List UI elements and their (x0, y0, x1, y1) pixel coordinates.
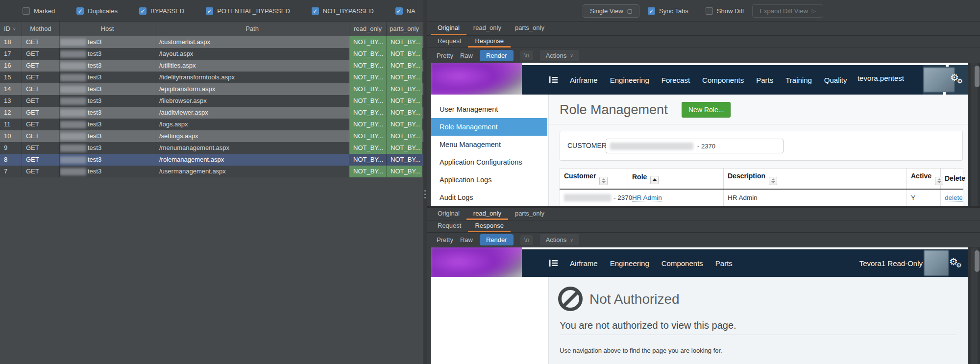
tab-original[interactable]: Original (431, 208, 466, 220)
sort-asc-icon[interactable] (650, 176, 659, 184)
filter-checkbox[interactable]: POTENTIAL_BYPASSED (206, 7, 290, 15)
sidebar-item[interactable]: User Management (431, 100, 547, 118)
sidebar-item[interactable]: Menu Management (431, 136, 547, 153)
scrollbar-thumb[interactable] (975, 66, 980, 87)
nav-item[interactable]: Airframe (570, 259, 598, 267)
column-header-description[interactable]: Description (724, 169, 907, 189)
sort-icon[interactable] (599, 177, 608, 185)
filter-checkbox[interactable]: Duplicates (76, 7, 118, 15)
nav-item[interactable]: Airframe (570, 76, 598, 84)
sidebar-item[interactable]: Role Management (431, 118, 547, 136)
tab-parts-only[interactable]: parts_only (508, 208, 551, 220)
newline-toggle-button[interactable]: \n (520, 50, 533, 60)
request-row[interactable]: 10 GET test3 /settings.aspx NOT_BY... NO… (0, 130, 423, 142)
column-header-read-only[interactable]: read_only (349, 22, 387, 36)
tab-request[interactable]: Request (431, 36, 468, 48)
nav-item[interactable]: Components (702, 76, 744, 84)
nav-menu-icon[interactable] (549, 260, 558, 267)
request-row[interactable]: 8 GET test3 /rolemanagement.aspx NOT_BY.… (0, 154, 423, 166)
column-header-delete[interactable]: Delete (941, 169, 963, 189)
nav-item[interactable]: Quality (824, 76, 847, 84)
nav-item[interactable]: Engineering (610, 76, 649, 84)
column-header-role[interactable]: Role (628, 169, 724, 189)
customer-input[interactable]: - 2370 (606, 139, 784, 153)
new-role-button[interactable]: New Role... (682, 102, 731, 118)
nav-item[interactable]: Components (662, 259, 703, 267)
request-row[interactable]: 14 GET test3 /epiptransform.aspx NOT_BY.… (0, 83, 423, 95)
column-header-customer[interactable]: Customer (560, 169, 628, 189)
sort-icon[interactable] (935, 177, 943, 185)
scrollbar-track[interactable] (971, 63, 978, 206)
nav-menu-icon[interactable] (549, 76, 558, 83)
role-link[interactable]: HR Admin (632, 194, 662, 202)
scrollbar-track[interactable] (971, 247, 978, 364)
scrollbar-thumb[interactable] (975, 250, 980, 272)
settings-gears-icon[interactable]: ⚙⚙ (949, 256, 964, 270)
filter-checkbox[interactable]: NA (395, 7, 416, 15)
nav-item[interactable]: Training (785, 76, 812, 84)
request-row[interactable]: 16 GET test3 /utilities.aspx NOT_BY... N… (0, 60, 423, 72)
request-row[interactable]: 12 GET test3 /auditviewer.aspx NOT_BY...… (0, 107, 423, 119)
tab-read-only[interactable]: read_only (466, 208, 508, 220)
pretty-button[interactable]: Pretty (437, 236, 453, 243)
checkbox-icon[interactable] (206, 7, 213, 15)
column-header-id[interactable]: ID ∨ (0, 22, 22, 36)
tab-response[interactable]: Response (468, 220, 511, 232)
checkbox-icon[interactable] (23, 7, 30, 15)
column-header-parts-only[interactable]: parts_only (387, 22, 422, 36)
render-button[interactable]: Render (480, 234, 514, 245)
request-row[interactable]: 15 GET test3 /fidelitytransformtools.asp… (0, 72, 423, 83)
raw-button[interactable]: Raw (460, 52, 473, 59)
actions-dropdown[interactable]: Actions ∨ (540, 234, 579, 245)
request-row[interactable]: 18 GET test3 /customerlist.aspx NOT_BY..… (0, 36, 423, 48)
actions-dropdown[interactable]: Actions ∨ (540, 50, 579, 61)
nav-item[interactable]: Forecast (662, 76, 690, 84)
sync-tabs-checkbox[interactable]: Sync Tabs (648, 7, 688, 15)
sort-icon[interactable] (769, 177, 777, 185)
checkbox-icon[interactable] (139, 7, 147, 15)
filter-checkbox[interactable]: NOT_BYPASSED (312, 7, 374, 15)
tab-request[interactable]: Request (431, 220, 468, 232)
expand-diff-view-button[interactable]: Expand Diff View ▷ (752, 4, 823, 18)
checkbox-icon[interactable] (312, 7, 319, 15)
request-row[interactable]: 9 GET test3 /menumanagement.aspx NOT_BY.… (0, 142, 423, 154)
checkbox-icon[interactable] (76, 7, 84, 15)
checkbox-icon[interactable] (395, 7, 403, 15)
request-row[interactable]: 17 GET test3 /layout.aspx NOT_BY... NOT_… (0, 48, 423, 60)
request-row[interactable]: 11 GET test3 /logs.aspx NOT_BY... NOT_BY… (0, 119, 423, 130)
tab-original[interactable]: Original (431, 22, 466, 35)
newline-toggle-button[interactable]: \n (520, 235, 533, 245)
delete-link[interactable]: delete (945, 194, 963, 202)
column-header-method[interactable]: Method (22, 22, 60, 36)
nav-item[interactable]: Parts (715, 259, 733, 267)
checkbox-icon[interactable] (706, 7, 713, 15)
filter-checkbox[interactable]: Marked (23, 7, 55, 15)
tab-read-only[interactable]: read_only (466, 22, 508, 35)
column-header-host[interactable]: Host (60, 22, 155, 36)
role-row: - 2370 HR Admin HR Admin Y delete (560, 189, 963, 206)
account-menu[interactable]: tevora.pentest (858, 74, 904, 82)
nav-item[interactable]: Parts (756, 76, 773, 84)
cell-host: test3 (88, 97, 101, 104)
tab-parts-only[interactable]: parts_only (508, 22, 551, 35)
request-row[interactable]: 13 GET test3 /filebrowser.aspx NOT_BY...… (0, 95, 423, 107)
nav-item[interactable]: Engineering (610, 259, 649, 267)
panel-splitter[interactable] (423, 0, 427, 364)
column-header-active[interactable]: Active (907, 169, 941, 189)
sidebar-item[interactable]: Audit Logs (431, 189, 547, 206)
request-row[interactable]: 7 GET test3 /usermanagement.aspx NOT_BY.… (0, 166, 423, 177)
account-menu[interactable]: Tevora1 Read-Only (859, 259, 923, 267)
single-view-button[interactable]: Single View ▢ (583, 4, 639, 18)
render-button[interactable]: Render (480, 50, 514, 61)
tab-response[interactable]: Response (468, 36, 511, 48)
settings-gears-icon[interactable]: ⚙⚙ (950, 72, 965, 86)
show-diff-checkbox[interactable]: Show Diff (706, 7, 744, 15)
sidebar-item[interactable]: Application Configurations (431, 153, 547, 171)
filter-checkbox[interactable]: BYPASSED (139, 7, 184, 15)
sidebar-item[interactable]: Application Logs (431, 171, 547, 189)
play-outline-icon: ▷ (812, 8, 816, 14)
checkbox-icon[interactable] (648, 7, 655, 15)
raw-button[interactable]: Raw (460, 236, 473, 243)
pretty-button[interactable]: Pretty (437, 52, 453, 59)
column-header-path[interactable]: Path (155, 22, 349, 36)
